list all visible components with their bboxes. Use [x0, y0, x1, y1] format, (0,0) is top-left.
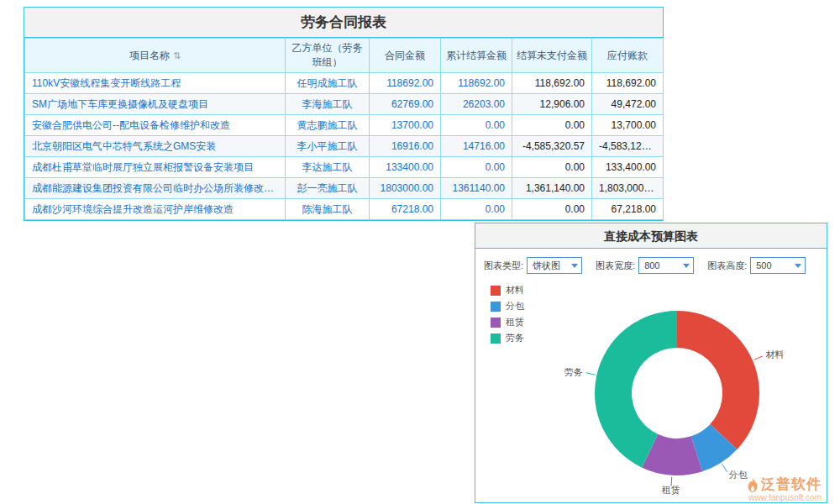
contract-amount-cell[interactable]: 13700.00: [370, 115, 441, 136]
unpaid-amount-cell: 0.00: [512, 115, 592, 136]
column-header-contract-amount: 合同金额: [370, 39, 441, 73]
donut-slice-1[interactable]: [677, 311, 759, 449]
watermark-brand: 泛普软件: [761, 477, 822, 493]
watermark-url: www.fanpusoft.com: [747, 493, 822, 502]
table-row: SM广场地下车库更换摄像机及硬盘项目 李海施工队 62769.00 26203.…: [25, 94, 664, 115]
table-row: 成都沙河环境综合提升改造运河护岸维修改造 陈海施工队 67218.00 0.00…: [25, 199, 664, 220]
chart-width-value: 800: [644, 260, 659, 270]
contract-amount-cell[interactable]: 62769.00: [370, 94, 441, 115]
project-name-link[interactable]: 成都杜甫草堂临时展厅独立展柜报警设备安装项目: [25, 157, 286, 178]
donut-chart: 材料分包租赁劳务: [475, 270, 828, 499]
chevron-down-icon: [683, 264, 690, 268]
labor-contract-report-panel: 劳务合同报表 项目名称⇅ 乙方单位（劳务班组） 合同金额 累计结算金额 结算未支…: [24, 7, 664, 221]
table-row: 110kV安徽线程集变开断线路工程 任明成施工队 118692.00 11869…: [25, 73, 664, 94]
settled-amount-cell[interactable]: 0.00: [441, 157, 512, 178]
project-name-link[interactable]: SM广场地下车库更换摄像机及硬盘项目: [25, 94, 286, 115]
unit-link[interactable]: 彭一亮施工队: [286, 178, 370, 199]
slice-label: 租赁: [662, 485, 680, 495]
unit-link[interactable]: 李小平施工队: [286, 136, 370, 157]
project-name-link[interactable]: 安徽合肥供电公司--配电设备检修维护和改造: [25, 115, 286, 136]
project-name-link[interactable]: 成都能源建设集团投资有限公司临时办公场所装修改造工程EPC: [25, 178, 286, 199]
table-row: 安徽合肥供电公司--配电设备检修维护和改造 黄志鹏施工队 13700.00 0.…: [25, 115, 664, 136]
unpaid-amount-cell: -4,585,320.57: [512, 136, 592, 157]
payable-cell: 1,803,000.00: [592, 178, 664, 199]
chart-height-value: 500: [756, 260, 771, 270]
sort-icon[interactable]: ⇅: [173, 50, 181, 60]
unpaid-amount-cell: 118,692.00: [512, 73, 592, 94]
project-name-link[interactable]: 成都沙河环境综合提升改造运河护岸维修改造: [25, 199, 286, 220]
unit-link[interactable]: 李海施工队: [286, 94, 370, 115]
contract-amount-cell[interactable]: 67218.00: [370, 199, 441, 220]
payable-cell: 49,472.00: [592, 94, 664, 115]
project-name-link[interactable]: 北京朝阳区电气中芯特气系统之GMS安装: [25, 136, 286, 157]
settled-amount-cell[interactable]: 118692.00: [441, 73, 512, 94]
slice-leader-line: [586, 373, 596, 375]
report-title: 劳务合同报表: [24, 8, 663, 38]
settled-amount-cell[interactable]: 26203.00: [441, 94, 512, 115]
chart-title: 直接成本预算图表: [475, 223, 827, 249]
table-row: 成都杜甫草堂临时展厅独立展柜报警设备安装项目 李达施工队 133400.00 0…: [25, 157, 664, 178]
watermark: 泛普软件 www.fanpusoft.com: [747, 477, 822, 502]
unpaid-amount-cell: 0.00: [512, 199, 592, 220]
unit-link[interactable]: 任明成施工队: [286, 73, 370, 94]
direct-cost-budget-chart-panel: 直接成本预算图表 图表类型: 饼状图 图表宽度: 800 图表高度: 500 材…: [475, 223, 827, 503]
slice-leader-line: [754, 356, 763, 360]
column-header-settled-amount: 累计结算金额: [441, 39, 512, 73]
contract-amount-cell[interactable]: 118692.00: [370, 73, 441, 94]
report-table: 项目名称⇅ 乙方单位（劳务班组） 合同金额 累计结算金额 结算未支付金额 应付账…: [24, 38, 664, 220]
flame-icon: [747, 478, 759, 493]
payable-cell: 133,400.00: [592, 157, 664, 178]
settled-amount-cell[interactable]: 1361140.00: [441, 178, 512, 199]
column-header-unpaid-amount: 结算未支付金额: [512, 39, 592, 73]
page: { "report": { "title": "劳务合同报表", "column…: [0, 0, 840, 504]
slice-label: 分包: [729, 470, 748, 480]
unit-link[interactable]: 黄志鹏施工队: [286, 115, 370, 136]
chart-type-value: 饼状图: [533, 260, 560, 270]
table-header-row: 项目名称⇅ 乙方单位（劳务班组） 合同金额 累计结算金额 结算未支付金额 应付账…: [25, 39, 664, 73]
payable-cell: -4,583,120.57: [592, 136, 664, 157]
chevron-down-icon: [795, 264, 801, 268]
column-header-label: 项目名称: [129, 50, 170, 61]
settled-amount-cell[interactable]: 14716.00: [441, 136, 512, 157]
payable-cell: 118,692.00: [592, 73, 664, 94]
unpaid-amount-cell: 0.00: [512, 157, 592, 178]
slice-label: 材料: [766, 349, 785, 360]
column-header-project-name: 项目名称⇅: [25, 39, 286, 73]
settled-amount-cell[interactable]: 0.00: [441, 115, 512, 136]
chevron-down-icon: [571, 264, 578, 268]
unpaid-amount-cell: 12,906.00: [512, 94, 592, 115]
unit-link[interactable]: 陈海施工队: [286, 199, 370, 220]
slice-leader-line: [722, 464, 727, 471]
column-header-unit: 乙方单位（劳务班组）: [286, 39, 370, 73]
slice-label: 劳务: [564, 367, 583, 377]
contract-amount-cell[interactable]: 16916.00: [370, 136, 441, 157]
contract-amount-cell[interactable]: 1803000.00: [370, 178, 441, 199]
unit-link[interactable]: 李达施工队: [286, 157, 370, 178]
payable-cell: 13,700.00: [592, 115, 664, 136]
project-name-link[interactable]: 110kV安徽线程集变开断线路工程: [25, 73, 286, 94]
table-row: 北京朝阳区电气中芯特气系统之GMS安装 李小平施工队 16916.00 1471…: [25, 136, 664, 157]
payable-cell: 67,218.00: [592, 199, 664, 220]
column-header-payable: 应付账款: [592, 39, 664, 73]
settled-amount-cell[interactable]: 0.00: [441, 199, 512, 220]
table-row: 成都能源建设集团投资有限公司临时办公场所装修改造工程EPC 彭一亮施工队 180…: [25, 178, 664, 199]
contract-amount-cell[interactable]: 133400.00: [370, 157, 441, 178]
unpaid-amount-cell: 1,361,140.00: [512, 178, 592, 199]
